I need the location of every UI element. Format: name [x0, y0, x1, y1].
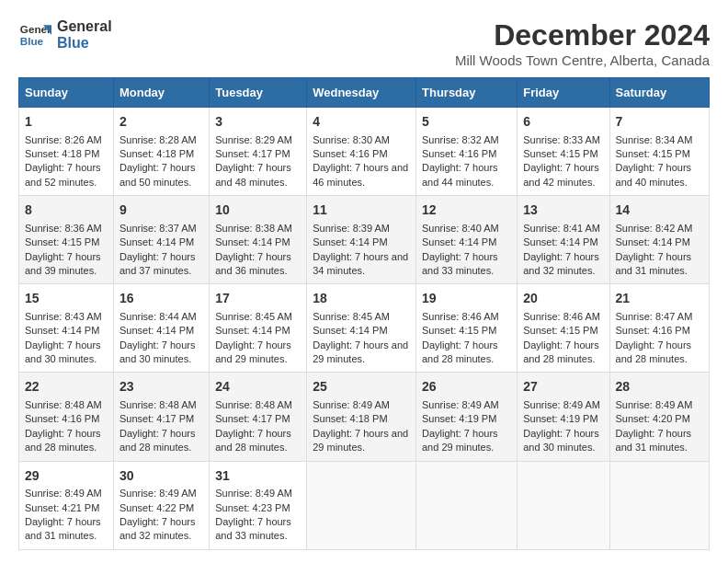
calendar-cell: 2Sunrise: 8:28 AMSunset: 4:18 PMDaylight…	[113, 108, 209, 196]
daylight-label: Daylight: 7 hours and 37 minutes.	[119, 251, 196, 276]
daylight-label: Daylight: 7 hours and 44 minutes.	[422, 162, 498, 187]
day-number: 16	[119, 290, 203, 308]
calendar-cell: 19Sunrise: 8:46 AMSunset: 4:15 PMDayligh…	[416, 284, 518, 373]
day-number: 12	[422, 201, 511, 220]
sunset-label: Sunset: 4:15 PM	[523, 325, 597, 336]
calendar-cell: 13Sunrise: 8:41 AMSunset: 4:14 PMDayligh…	[518, 196, 609, 284]
day-number: 9	[119, 201, 203, 220]
calendar-cell: 5Sunrise: 8:32 AMSunset: 4:16 PMDaylight…	[416, 108, 518, 196]
calendar-cell: 26Sunrise: 8:49 AMSunset: 4:19 PMDayligh…	[416, 373, 518, 461]
calendar-cell: 17Sunrise: 8:45 AMSunset: 4:14 PMDayligh…	[210, 284, 307, 373]
daylight-label: Daylight: 7 hours and 46 minutes.	[313, 162, 408, 187]
page-header: General Blue General Blue December 2024 …	[18, 18, 710, 68]
daylight-label: Daylight: 7 hours and 30 minutes.	[523, 428, 599, 453]
sunset-label: Sunset: 4:14 PM	[313, 325, 387, 336]
main-title: December 2024	[455, 18, 710, 52]
sunrise-label: Sunrise: 8:29 AM	[215, 134, 292, 145]
sunrise-label: Sunrise: 8:26 AM	[25, 134, 102, 145]
calendar-cell	[307, 461, 416, 549]
sunset-label: Sunset: 4:15 PM	[422, 325, 496, 336]
calendar-cell: 15Sunrise: 8:43 AMSunset: 4:14 PMDayligh…	[19, 284, 114, 373]
calendar-cell: 11Sunrise: 8:39 AMSunset: 4:14 PMDayligh…	[307, 196, 416, 284]
logo-icon: General Blue	[18, 18, 51, 52]
sunset-label: Sunset: 4:19 PM	[422, 413, 496, 424]
day-number: 25	[313, 378, 410, 396]
day-number: 7	[616, 113, 703, 132]
sunset-label: Sunset: 4:16 PM	[422, 148, 496, 159]
sunrise-label: Sunrise: 8:49 AM	[523, 399, 600, 410]
day-number: 23	[119, 378, 203, 396]
sunset-label: Sunset: 4:15 PM	[25, 236, 99, 247]
calendar-cell: 24Sunrise: 8:48 AMSunset: 4:17 PMDayligh…	[210, 373, 307, 461]
sunrise-label: Sunrise: 8:38 AM	[215, 223, 292, 234]
daylight-label: Daylight: 7 hours and 30 minutes.	[25, 339, 101, 364]
sunset-label: Sunset: 4:20 PM	[616, 413, 690, 424]
sunrise-label: Sunrise: 8:32 AM	[422, 134, 499, 145]
calendar-cell: 9Sunrise: 8:37 AMSunset: 4:14 PMDaylight…	[113, 196, 209, 284]
daylight-label: Daylight: 7 hours and 42 minutes.	[523, 162, 599, 187]
calendar-week-row: 15Sunrise: 8:43 AMSunset: 4:14 PMDayligh…	[19, 284, 710, 373]
day-number: 10	[215, 201, 301, 220]
column-header-tuesday: Tuesday	[210, 78, 307, 108]
sunrise-label: Sunrise: 8:37 AM	[119, 223, 197, 234]
daylight-label: Daylight: 7 hours and 28 minutes.	[422, 339, 498, 364]
calendar-header-row: SundayMondayTuesdayWednesdayThursdayFrid…	[19, 78, 710, 108]
sunset-label: Sunset: 4:14 PM	[523, 236, 597, 247]
sunset-label: Sunset: 4:15 PM	[616, 148, 690, 159]
sunset-label: Sunset: 4:17 PM	[215, 148, 290, 159]
calendar-week-row: 1Sunrise: 8:26 AMSunset: 4:18 PMDaylight…	[19, 108, 710, 196]
day-number: 5	[422, 113, 511, 132]
day-number: 14	[616, 201, 703, 220]
sunrise-label: Sunrise: 8:46 AM	[422, 311, 499, 322]
sunset-label: Sunset: 4:16 PM	[25, 413, 99, 424]
day-number: 1	[25, 113, 108, 132]
sunrise-label: Sunrise: 8:43 AM	[25, 311, 102, 322]
calendar-cell: 29Sunrise: 8:49 AMSunset: 4:21 PMDayligh…	[19, 461, 114, 549]
calendar-cell: 27Sunrise: 8:49 AMSunset: 4:19 PMDayligh…	[518, 373, 609, 461]
calendar-cell: 16Sunrise: 8:44 AMSunset: 4:14 PMDayligh…	[113, 284, 209, 373]
day-number: 20	[523, 290, 603, 308]
daylight-label: Daylight: 7 hours and 29 minutes.	[422, 428, 498, 453]
sunrise-label: Sunrise: 8:41 AM	[523, 223, 600, 234]
column-header-friday: Friday	[518, 78, 609, 108]
daylight-label: Daylight: 7 hours and 28 minutes.	[25, 428, 101, 453]
day-number: 3	[215, 113, 301, 132]
sunrise-label: Sunrise: 8:44 AM	[119, 311, 197, 322]
sunset-label: Sunset: 4:16 PM	[616, 325, 690, 336]
sunrise-label: Sunrise: 8:36 AM	[25, 223, 102, 234]
sunset-label: Sunset: 4:23 PM	[215, 502, 290, 513]
sunset-label: Sunset: 4:22 PM	[119, 502, 194, 513]
logo-text-general: General	[57, 18, 112, 35]
calendar-cell: 20Sunrise: 8:46 AMSunset: 4:15 PMDayligh…	[518, 284, 609, 373]
day-number: 22	[25, 378, 108, 396]
calendar-cell: 18Sunrise: 8:45 AMSunset: 4:14 PMDayligh…	[307, 284, 416, 373]
calendar-cell: 28Sunrise: 8:49 AMSunset: 4:20 PMDayligh…	[609, 373, 709, 461]
daylight-label: Daylight: 7 hours and 28 minutes.	[523, 339, 599, 364]
sunrise-label: Sunrise: 8:49 AM	[215, 488, 292, 499]
column-header-saturday: Saturday	[609, 78, 709, 108]
daylight-label: Daylight: 7 hours and 50 minutes.	[119, 162, 196, 187]
calendar-table: SundayMondayTuesdayWednesdayThursdayFrid…	[18, 77, 710, 550]
day-number: 4	[313, 113, 410, 132]
daylight-label: Daylight: 7 hours and 28 minutes.	[119, 428, 196, 453]
sunrise-label: Sunrise: 8:46 AM	[523, 311, 600, 322]
sunset-label: Sunset: 4:17 PM	[215, 413, 290, 424]
title-section: December 2024 Mill Woods Town Centre, Al…	[455, 18, 710, 68]
sunrise-label: Sunrise: 8:48 AM	[119, 399, 197, 410]
daylight-label: Daylight: 7 hours and 31 minutes.	[25, 516, 101, 541]
daylight-label: Daylight: 7 hours and 48 minutes.	[215, 162, 291, 187]
calendar-cell: 10Sunrise: 8:38 AMSunset: 4:14 PMDayligh…	[210, 196, 307, 284]
calendar-cell: 23Sunrise: 8:48 AMSunset: 4:17 PMDayligh…	[113, 373, 209, 461]
calendar-cell: 25Sunrise: 8:49 AMSunset: 4:18 PMDayligh…	[307, 373, 416, 461]
day-number: 2	[119, 113, 203, 132]
calendar-week-row: 22Sunrise: 8:48 AMSunset: 4:16 PMDayligh…	[19, 373, 710, 461]
day-number: 17	[215, 290, 301, 308]
day-number: 24	[215, 378, 301, 396]
day-number: 11	[313, 201, 410, 220]
column-header-sunday: Sunday	[19, 78, 114, 108]
svg-text:Blue: Blue	[20, 35, 44, 47]
sunset-label: Sunset: 4:14 PM	[215, 236, 290, 247]
calendar-cell: 21Sunrise: 8:47 AMSunset: 4:16 PMDayligh…	[609, 284, 709, 373]
calendar-cell	[416, 461, 518, 549]
calendar-cell: 14Sunrise: 8:42 AMSunset: 4:14 PMDayligh…	[609, 196, 709, 284]
